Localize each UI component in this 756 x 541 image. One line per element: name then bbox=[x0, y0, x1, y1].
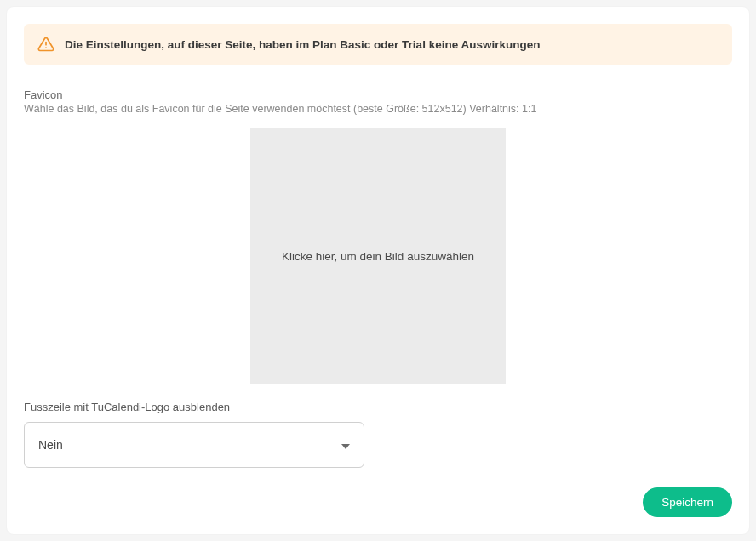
warning-icon bbox=[37, 36, 54, 53]
save-button[interactable]: Speichern bbox=[643, 487, 732, 517]
alert-text: Die Einstellungen, auf dieser Seite, hab… bbox=[65, 38, 540, 51]
favicon-upload-text: Klicke hier, um dein Bild auszuwählen bbox=[282, 250, 474, 263]
favicon-description: Wähle das Bild, das du als Favicon für d… bbox=[24, 103, 732, 115]
plan-warning-alert: Die Einstellungen, auf dieser Seite, hab… bbox=[24, 24, 732, 65]
favicon-label: Favicon bbox=[24, 88, 732, 101]
footer-logo-select-wrapper: Nein bbox=[24, 422, 364, 468]
favicon-upload-area[interactable]: Klicke hier, um dein Bild auszuwählen bbox=[250, 128, 506, 384]
settings-card: Die Einstellungen, auf dieser Seite, hab… bbox=[7, 7, 749, 534]
footer-logo-label: Fusszeile mit TuCalendi-Logo ausblenden bbox=[24, 401, 732, 413]
chevron-down-icon bbox=[341, 438, 350, 452]
favicon-upload-wrapper: Klicke hier, um dein Bild auszuwählen bbox=[24, 128, 732, 384]
footer-logo-select[interactable]: Nein bbox=[24, 422, 364, 468]
footer-logo-selected-value: Nein bbox=[38, 438, 63, 452]
